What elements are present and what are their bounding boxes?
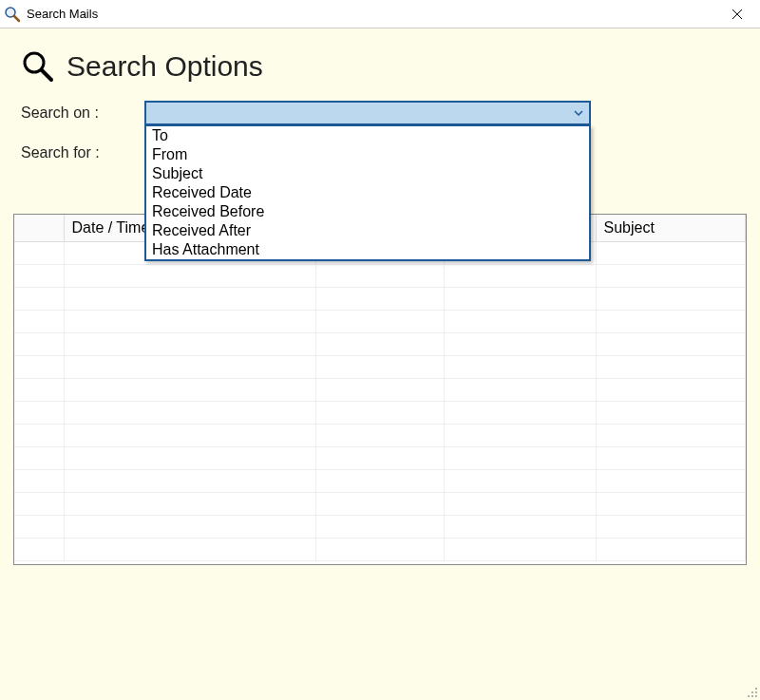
search-on-row: Search on : To From Subject Received Dat… — [0, 101, 760, 125]
search-on-dropdown[interactable] — [144, 101, 591, 125]
table-row — [14, 264, 746, 287]
col-header-subject[interactable]: Subject — [596, 215, 746, 241]
dropdown-option-to[interactable]: To — [146, 126, 589, 145]
page-header: Search Options — [0, 28, 760, 101]
table-row — [14, 287, 746, 310]
table-row — [14, 469, 746, 492]
svg-point-10 — [751, 695, 753, 697]
dropdown-option-received-date[interactable]: Received Date — [146, 183, 589, 202]
table-row — [14, 310, 746, 332]
table-row — [14, 492, 746, 515]
svg-point-6 — [755, 688, 757, 690]
results-table: Date / Time From To Subject — [14, 215, 746, 561]
page-title: Search Options — [66, 50, 263, 83]
table-row — [14, 538, 746, 560]
magnifier-icon — [21, 49, 55, 84]
resize-grip-icon[interactable] — [745, 685, 758, 698]
titlebar: Search Mails — [0, 0, 760, 28]
table-row — [14, 515, 746, 538]
dropdown-option-from[interactable]: From — [146, 145, 589, 164]
svg-line-5 — [42, 70, 51, 80]
magnifier-icon — [4, 6, 21, 23]
close-icon — [732, 9, 743, 20]
search-on-dropdown-list: To From Subject Received Date Received B… — [144, 125, 591, 261]
close-button[interactable] — [718, 1, 756, 28]
results-table-container: Date / Time From To Subject — [13, 214, 747, 565]
col-header-icon[interactable] — [14, 215, 64, 241]
dropdown-option-received-before[interactable]: Received Before — [146, 202, 589, 221]
svg-line-1 — [14, 16, 19, 21]
table-row — [14, 424, 746, 446]
search-for-label: Search for : — [21, 144, 144, 161]
svg-point-9 — [748, 695, 750, 697]
dropdown-option-subject[interactable]: Subject — [146, 164, 589, 183]
window-title: Search Mails — [27, 7, 718, 21]
chevron-down-icon — [574, 110, 583, 116]
dropdown-option-received-after[interactable]: Received After — [146, 221, 589, 240]
table-row — [14, 355, 746, 378]
table-row — [14, 332, 746, 355]
svg-point-11 — [755, 695, 757, 697]
svg-point-7 — [751, 691, 753, 693]
table-row — [14, 446, 746, 469]
results-table-body — [14, 241, 746, 560]
svg-point-8 — [755, 691, 757, 693]
dropdown-option-has-attachment[interactable]: Has Attachment — [146, 240, 589, 259]
table-row — [14, 378, 746, 401]
content-panel: Search Options Search on : To From Subje… — [0, 28, 760, 700]
search-on-label: Search on : — [21, 104, 144, 122]
table-row — [14, 401, 746, 424]
